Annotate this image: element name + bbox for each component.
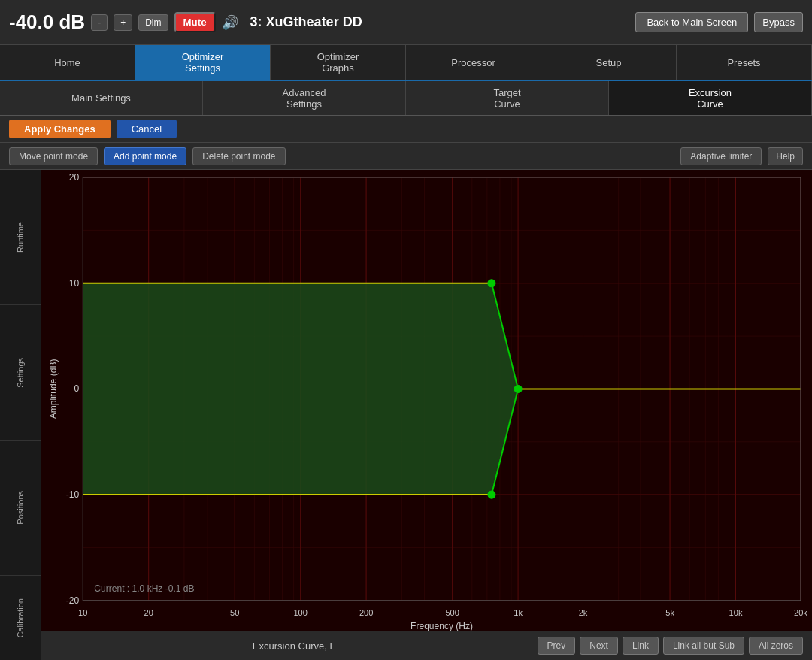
subtab-main-settings[interactable]: Main Settings xyxy=(0,81,203,115)
cancel-button[interactable]: Cancel xyxy=(117,120,177,138)
add-point-mode-button[interactable]: Add point mode xyxy=(104,147,186,165)
tab-processor[interactable]: Processor xyxy=(406,45,541,80)
apply-changes-button[interactable]: Apply Changes xyxy=(9,120,111,138)
sub-tabs: Main Settings AdvancedSettings TargetCur… xyxy=(0,81,812,116)
prev-button[interactable]: Prev xyxy=(538,637,576,655)
svg-text:100: 100 xyxy=(293,608,307,617)
delete-point-mode-button[interactable]: Delete point mode xyxy=(192,147,285,165)
footer-buttons: Prev Next Link Link all but Sub All zero… xyxy=(538,637,803,655)
next-button[interactable]: Next xyxy=(580,637,618,655)
bypass-button[interactable]: Bypass xyxy=(754,12,803,32)
link-button[interactable]: Link xyxy=(623,637,659,655)
svg-text:20k: 20k xyxy=(794,608,807,617)
sidebar-settings-label: Settings xyxy=(16,358,25,388)
subtab-excursion-curve[interactable]: ExcursionCurve xyxy=(609,81,812,115)
all-zeros-button[interactable]: All zeros xyxy=(749,637,803,655)
svg-text:1k: 1k xyxy=(514,608,523,617)
svg-point-54 xyxy=(488,491,495,498)
sidebar: Runtime Settings Positions Calibration xyxy=(0,170,41,660)
action-bar: Apply Changes Cancel xyxy=(0,116,812,143)
tab-setup[interactable]: Setup xyxy=(541,45,677,80)
chart-svg: 20 10 0 -10 -20 10 20 50 100 200 500 1k … xyxy=(41,170,812,631)
sidebar-calibration-label: Calibration xyxy=(16,598,25,638)
svg-text:5k: 5k xyxy=(665,608,674,617)
svg-text:20: 20 xyxy=(144,608,153,617)
sidebar-calibration[interactable]: Calibration xyxy=(0,576,41,660)
svg-text:2k: 2k xyxy=(579,608,588,617)
link-all-but-sub-button[interactable]: Link all but Sub xyxy=(663,637,744,655)
svg-text:50: 50 xyxy=(230,608,239,617)
speaker-icon: 🔊 xyxy=(222,14,238,31)
tab-optimizer-graphs[interactable]: OptimizerGraphs xyxy=(271,45,406,80)
svg-text:Amplitude (dB): Amplitude (dB) xyxy=(48,359,59,419)
svg-text:500: 500 xyxy=(445,608,459,617)
nav-tabs: Home OptimizerSettings OptimizerGraphs P… xyxy=(0,45,812,81)
svg-text:20: 20 xyxy=(69,172,80,183)
help-button[interactable]: Help xyxy=(768,147,803,165)
chart-outer: 20 10 0 -10 -20 10 20 50 100 200 500 1k … xyxy=(41,170,812,660)
footer-title: Excursion Curve, L xyxy=(50,640,538,652)
mode-bar: Move point mode Add point mode Delete po… xyxy=(0,143,812,170)
back-to-main-button[interactable]: Back to Main Screen xyxy=(635,12,748,32)
subtab-target-curve[interactable]: TargetCurve xyxy=(406,81,609,115)
svg-text:0: 0 xyxy=(74,383,80,394)
tab-home[interactable]: Home xyxy=(0,45,135,80)
svg-text:Current : 1.0 kHz   -0.1 dB: Current : 1.0 kHz -0.1 dB xyxy=(94,583,194,594)
volume-down-button[interactable]: - xyxy=(91,14,108,31)
svg-point-53 xyxy=(488,280,495,287)
top-bar: -40.0 dB - + Dim Mute 🔊 3: XuGtheater DD… xyxy=(0,0,812,45)
svg-text:10k: 10k xyxy=(729,608,743,617)
sidebar-settings[interactable]: Settings xyxy=(0,305,41,441)
move-point-mode-button[interactable]: Move point mode xyxy=(9,147,98,165)
svg-text:-20: -20 xyxy=(66,595,80,606)
sidebar-runtime[interactable]: Runtime xyxy=(0,170,41,305)
svg-marker-47 xyxy=(83,283,518,495)
svg-text:-10: -10 xyxy=(66,489,80,500)
footer-bar: Excursion Curve, L Prev Next Link Link a… xyxy=(41,631,812,660)
tab-presets[interactable]: Presets xyxy=(677,45,812,80)
volume-up-button[interactable]: + xyxy=(114,14,132,31)
svg-text:Frequency (Hz): Frequency (Hz) xyxy=(411,621,473,631)
sidebar-runtime-label: Runtime xyxy=(16,222,25,253)
sidebar-positions-label: Positions xyxy=(16,491,25,525)
dim-button[interactable]: Dim xyxy=(138,14,168,31)
adaptive-limiter-button[interactable]: Adaptive limiter xyxy=(680,147,762,165)
device-name: 3: XuGtheater DD xyxy=(250,14,630,30)
svg-text:10: 10 xyxy=(69,278,80,289)
tab-optimizer-settings[interactable]: OptimizerSettings xyxy=(135,45,271,80)
main-content: Runtime Settings Positions Calibration xyxy=(0,170,812,660)
mute-button[interactable]: Mute xyxy=(174,12,216,32)
volume-display: -40.0 dB xyxy=(9,11,85,34)
subtab-advanced-settings[interactable]: AdvancedSettings xyxy=(203,81,406,115)
svg-text:10: 10 xyxy=(78,608,87,617)
sidebar-positions[interactable]: Positions xyxy=(0,441,41,576)
svg-point-55 xyxy=(514,385,522,392)
chart-container[interactable]: 20 10 0 -10 -20 10 20 50 100 200 500 1k … xyxy=(41,170,812,631)
svg-text:200: 200 xyxy=(359,608,373,617)
